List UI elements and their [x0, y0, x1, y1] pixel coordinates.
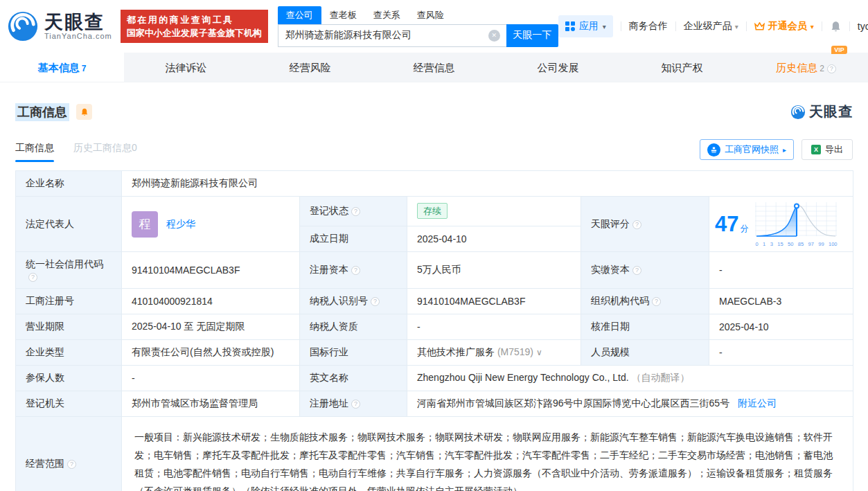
- apps-grid-icon: [565, 21, 575, 31]
- score-number: 47: [715, 212, 738, 236]
- tab-intellectual-property[interactable]: 知识产权: [620, 53, 744, 82]
- clear-search-icon[interactable]: ✕: [488, 30, 500, 42]
- user-menu[interactable]: tyc9... ▾: [858, 21, 868, 32]
- help-icon[interactable]: ?: [371, 297, 380, 306]
- vip-badge: VIP: [831, 46, 847, 54]
- slogan-line2: 国家中小企业发展子基金旗下机构: [127, 26, 262, 39]
- tab-operating-risk[interactable]: 经营风险: [248, 53, 372, 82]
- field-value-legal-rep: 程 程少华: [122, 197, 300, 252]
- table-row: 统一社会信用代码? 91410104MAEGCLAB3F 注册资本? 5万人民币…: [16, 252, 853, 289]
- help-icon[interactable]: ?: [67, 460, 76, 469]
- search-tab-relation[interactable]: 查关系: [365, 6, 409, 24]
- field-label-reg-address: 注册地址?: [300, 391, 407, 417]
- help-icon[interactable]: ?: [632, 220, 641, 229]
- subtab-history-business-info[interactable]: 历史工商信息0: [73, 142, 137, 162]
- help-icon[interactable]: ?: [351, 400, 360, 409]
- axis-tick-label: 100: [829, 241, 838, 247]
- field-value-business-scope: 一般项目：新兴能源技术研发；生物质能技术服务；物联网技术服务；物联网技术研发；物…: [122, 417, 853, 491]
- search-tabs: 查公司 查老板 查关系 查风险: [278, 6, 558, 24]
- table-row: 参保人数 - 英文名称 Zhengzhou Qiji New Energy Te…: [16, 366, 853, 391]
- logo-domain: TianYanCha.com: [44, 32, 112, 40]
- credit-code-label: 统一社会信用代码: [26, 258, 103, 269]
- search-tab-boss[interactable]: 查老板: [321, 6, 365, 24]
- tab-company-development[interactable]: 公司发展: [496, 53, 620, 82]
- reg-capital-label: 注册资本: [310, 264, 348, 275]
- excel-icon: X: [811, 145, 821, 154]
- search-area: 查公司 查老板 查关系 查风险 ✕ 天眼一下: [278, 6, 558, 47]
- tab-operating-info-label: 经营信息: [414, 62, 455, 73]
- divider: [822, 21, 822, 31]
- search-input[interactable]: [278, 24, 506, 47]
- legal-rep-link[interactable]: 程少华: [166, 218, 195, 231]
- taxpayer-id-label: 纳税人识别号: [310, 295, 368, 306]
- apps-label: 应用: [579, 20, 599, 33]
- field-value-reg-authority: 郑州市管城区市场监督管理局: [122, 391, 300, 417]
- apps-menu[interactable]: 应用 ▾: [558, 15, 613, 37]
- official-snapshot-label: 工商官网快照: [725, 143, 779, 156]
- chevron-down-icon[interactable]: ∨: [536, 348, 542, 357]
- company-nav-tabs: 基本信息7 法律诉讼 经营风险 经营信息 公司发展 知识产权 VIP 历史信息2…: [0, 53, 868, 82]
- slogan-line1: 都在用的商业查询工具: [127, 13, 262, 26]
- field-label-reg-number: 工商注册号: [16, 289, 122, 314]
- export-button[interactable]: X 导出: [801, 139, 853, 160]
- field-label-staff-size: 人员规模: [581, 340, 709, 366]
- field-label-org-code: 组织机构代码?: [581, 289, 709, 314]
- search-button[interactable]: 天眼一下: [506, 24, 558, 47]
- field-label-insured-count: 参保人数: [16, 366, 122, 391]
- username: tyc9...: [858, 21, 868, 32]
- section-title: 工商信息: [15, 103, 69, 121]
- open-vip-button[interactable]: 开通会员 ▾: [754, 20, 814, 33]
- help-icon[interactable]: ?: [28, 273, 37, 282]
- monitor-bell-icon[interactable]: [76, 104, 92, 120]
- tianyancha-logo[interactable]: 天眼查 TianYanCha.com: [7, 10, 112, 42]
- search-tab-risk[interactable]: 查风险: [409, 6, 452, 24]
- score-value: 47分: [715, 213, 748, 235]
- score-label: 天眼评分: [591, 218, 630, 229]
- avatar[interactable]: 程: [132, 211, 158, 238]
- notification-bell-icon[interactable]: [830, 21, 842, 33]
- score-unit: 分: [740, 224, 748, 233]
- reg-address-value: 河南省郑州市管城回族区郑汴路96号中原国际博览中心北展区西三街65号: [417, 398, 729, 409]
- stamp-icon: [707, 143, 720, 157]
- org-code-label: 组织机构代码: [591, 295, 649, 306]
- caret-down-icon: ▾: [735, 23, 738, 30]
- official-snapshot-button[interactable]: 工商官网快照 ▸: [700, 139, 794, 160]
- english-name-value: Zhengzhou Qiji New Energy Technology Co.…: [417, 372, 629, 383]
- nav-enterprise-products[interactable]: 企业级产品 ▾: [684, 20, 738, 33]
- reg-address-label: 注册地址: [310, 398, 348, 409]
- nearby-companies-link[interactable]: 附近公司: [738, 398, 777, 409]
- tab-intellectual-property-label: 知识产权: [662, 62, 703, 73]
- help-icon[interactable]: ?: [632, 266, 641, 275]
- search-tab-company[interactable]: 查公司: [278, 6, 321, 24]
- field-label-score: 天眼评分?: [581, 197, 709, 252]
- help-icon[interactable]: ?: [351, 207, 360, 216]
- field-label-business-term: 营业期限: [16, 314, 122, 340]
- vip-label: 开通会员: [768, 20, 807, 33]
- top-nav: 应用 ▾ 商务合作 企业级产品 ▾ 开通会员 ▾ tyc9... ▾: [558, 15, 868, 37]
- tab-company-development-label: 公司发展: [538, 62, 579, 73]
- tianyancha-logo-icon: [7, 10, 39, 42]
- english-name-note: （自动翻译）: [631, 372, 689, 383]
- field-value-business-term: 2025-04-10 至 无固定期限: [122, 314, 300, 340]
- table-row: 工商注册号 410104000921814 纳税人识别号? 91410104MA…: [16, 289, 853, 314]
- help-icon[interactable]: ?: [351, 266, 360, 275]
- industry-code: (M7519): [497, 346, 533, 357]
- axis-tick-label: 97: [808, 241, 813, 247]
- subtab-business-info[interactable]: 工商信息: [15, 142, 54, 162]
- field-label-industry: 国标行业: [300, 340, 407, 366]
- help-icon[interactable]: ?: [827, 64, 836, 73]
- tab-legal[interactable]: 法律诉讼: [124, 53, 248, 82]
- business-scope-label: 经营范围: [26, 458, 64, 469]
- help-icon[interactable]: ?: [652, 297, 661, 306]
- nav-cooperation[interactable]: 商务合作: [629, 20, 668, 33]
- score-distribution-chart: 0131550859799100: [755, 201, 837, 247]
- axis-tick-label: 0: [755, 241, 758, 247]
- paid-capital-label: 实缴资本: [591, 264, 630, 275]
- tab-operating-info[interactable]: 经营信息: [372, 53, 496, 82]
- watermark-logo: 天眼查: [790, 102, 853, 121]
- tab-history-info[interactable]: VIP 历史信息2?: [744, 53, 868, 82]
- table-row: 登记机关 郑州市管城区市场监督管理局 注册地址? 河南省郑州市管城回族区郑汴路9…: [16, 391, 853, 417]
- field-value-taxpayer-quality: -: [407, 314, 581, 340]
- table-row: 营业期限 2025-04-10 至 无固定期限 纳税人资质 - 核准日期 202…: [16, 314, 853, 340]
- tab-basic-info[interactable]: 基本信息7: [0, 53, 124, 82]
